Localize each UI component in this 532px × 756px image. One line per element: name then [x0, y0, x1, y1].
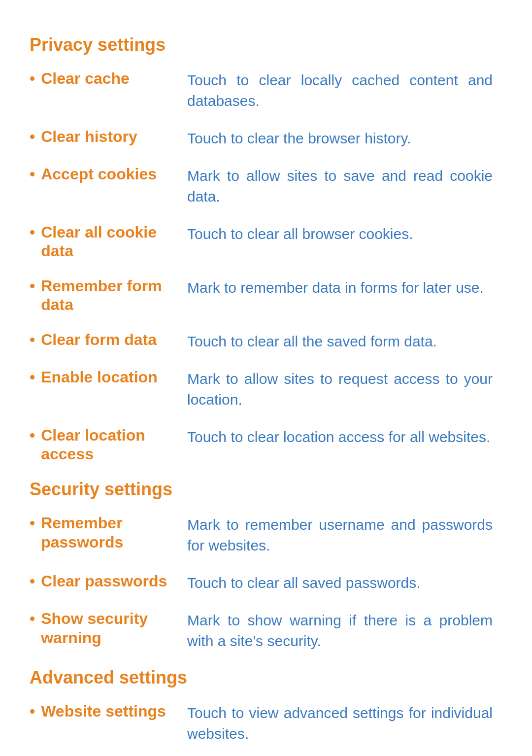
item-left-accept-cookies: •Accept cookies	[30, 165, 177, 183]
item-left-clear-history: •Clear history	[30, 127, 177, 146]
bullet-show-security-warning: •	[30, 609, 35, 628]
settings-item-website-settings[interactable]: •Website settingsTouch to view advanced …	[30, 702, 493, 744]
item-description-clear-location-access: Touch to clear location access for all w…	[177, 426, 493, 447]
bullet-clear-form-data: •	[30, 330, 35, 349]
item-description-clear-passwords: Touch to clear all saved passwords.	[177, 572, 493, 593]
item-label-clear-passwords: Clear passwords	[41, 572, 167, 590]
item-description-show-security-warning: Mark to show warning if there is a probl…	[177, 609, 493, 652]
bullet-accept-cookies: •	[30, 165, 35, 183]
item-label-clear-history: Clear history	[41, 127, 137, 146]
settings-item-clear-passwords[interactable]: •Clear passwordsTouch to clear all saved…	[30, 572, 493, 593]
item-label-clear-cache: Clear cache	[41, 69, 130, 88]
bullet-clear-all-cookie-data: •	[30, 223, 35, 241]
item-description-remember-form-data: Mark to remember data in forms for later…	[177, 276, 493, 298]
settings-item-clear-history[interactable]: •Clear historyTouch to clear the browser…	[30, 127, 493, 149]
bullet-enable-location: •	[30, 368, 35, 386]
item-left-clear-passwords: •Clear passwords	[30, 572, 177, 590]
item-label-clear-all-cookie-data: Clear all cookie data	[41, 223, 177, 261]
bullet-website-settings: •	[30, 702, 35, 721]
item-label-remember-form-data: Remember form data	[41, 276, 177, 314]
item-label-clear-form-data: Clear form data	[41, 330, 157, 349]
section-heading-security-settings: Security settings	[30, 479, 493, 500]
bullet-remember-passwords: •	[30, 514, 35, 532]
item-label-website-settings: Website settings	[41, 702, 166, 721]
bullet-clear-cache: •	[30, 69, 35, 88]
section-heading-advanced-settings: Advanced settings	[30, 667, 493, 688]
settings-item-remember-form-data[interactable]: •Remember form dataMark to remember data…	[30, 276, 493, 314]
item-left-show-security-warning: •Show security warning	[30, 609, 177, 647]
item-description-clear-cache: Touch to clear locally cached content an…	[177, 69, 493, 111]
settings-item-clear-form-data[interactable]: •Clear form dataTouch to clear all the s…	[30, 330, 493, 352]
settings-item-show-security-warning[interactable]: •Show security warningMark to show warni…	[30, 609, 493, 652]
settings-list-security-settings: •Remember passwordsMark to remember user…	[30, 514, 493, 652]
settings-list-privacy-settings: •Clear cacheTouch to clear locally cache…	[30, 69, 493, 463]
item-description-website-settings: Touch to view advanced settings for indi…	[177, 702, 493, 744]
item-left-clear-form-data: •Clear form data	[30, 330, 177, 349]
item-left-clear-cache: •Clear cache	[30, 69, 177, 88]
item-description-remember-passwords: Mark to remember username and passwords …	[177, 514, 493, 556]
item-left-remember-form-data: •Remember form data	[30, 276, 177, 314]
settings-item-clear-all-cookie-data[interactable]: •Clear all cookie dataTouch to clear all…	[30, 223, 493, 261]
item-left-website-settings: •Website settings	[30, 702, 177, 721]
settings-list-advanced-settings: •Website settingsTouch to view advanced …	[30, 702, 493, 756]
settings-item-enable-location[interactable]: •Enable locationMark to allow sites to r…	[30, 368, 493, 410]
item-left-clear-location-access: •Clear location access	[30, 426, 177, 464]
item-description-accept-cookies: Mark to allow sites to save and read coo…	[177, 165, 493, 207]
bullet-remember-form-data: •	[30, 276, 35, 295]
item-label-enable-location: Enable location	[41, 368, 157, 386]
settings-item-clear-cache[interactable]: •Clear cacheTouch to clear locally cache…	[30, 69, 493, 111]
bullet-clear-passwords: •	[30, 572, 35, 590]
bullet-clear-location-access: •	[30, 426, 35, 445]
item-label-show-security-warning: Show security warning	[41, 609, 177, 647]
bullet-clear-history: •	[30, 127, 35, 146]
item-description-clear-all-cookie-data: Touch to clear all browser cookies.	[177, 223, 493, 244]
section-heading-privacy-settings: Privacy settings	[30, 34, 493, 55]
page-content: Privacy settings•Clear cacheTouch to cle…	[30, 34, 493, 756]
settings-item-remember-passwords[interactable]: •Remember passwordsMark to remember user…	[30, 514, 493, 556]
item-label-clear-location-access: Clear location access	[41, 426, 177, 464]
settings-item-clear-location-access[interactable]: •Clear location accessTouch to clear loc…	[30, 426, 493, 464]
item-left-enable-location: •Enable location	[30, 368, 177, 386]
settings-item-accept-cookies[interactable]: •Accept cookiesMark to allow sites to sa…	[30, 165, 493, 207]
item-label-remember-passwords: Remember passwords	[41, 514, 177, 551]
item-label-accept-cookies: Accept cookies	[41, 165, 157, 183]
item-left-clear-all-cookie-data: •Clear all cookie data	[30, 223, 177, 261]
item-description-clear-history: Touch to clear the browser history.	[177, 127, 493, 149]
item-description-clear-form-data: Touch to clear all the saved form data.	[177, 330, 493, 352]
item-description-enable-location: Mark to allow sites to request access to…	[177, 368, 493, 410]
item-left-remember-passwords: •Remember passwords	[30, 514, 177, 551]
